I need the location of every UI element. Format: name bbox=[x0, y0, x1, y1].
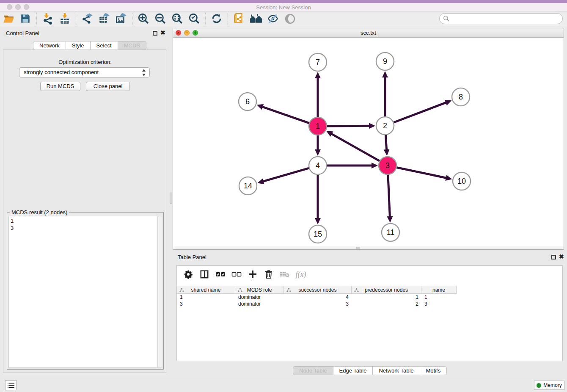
tab-select[interactable]: Select bbox=[91, 41, 118, 50]
tab-edge-table[interactable]: Edge Table bbox=[333, 366, 373, 375]
edge-3-1[interactable] bbox=[330, 133, 380, 161]
network-graph[interactable]: 7968124314101511 bbox=[173, 38, 564, 247]
control-panel-tabs: Network Style Select MCDS bbox=[33, 41, 146, 50]
column-header-mcds-role[interactable]: MCDS role bbox=[235, 286, 284, 294]
clone-network-icon[interactable] bbox=[232, 12, 246, 25]
mcds-panel: Optimization criterion: strongly connect… bbox=[3, 50, 166, 373]
application-window: Session: New Session bbox=[0, 0, 567, 392]
mcds-result-text[interactable]: 1 3 bbox=[8, 216, 158, 368]
tab-network[interactable]: Network bbox=[33, 41, 66, 50]
delete-column-trash-icon[interactable] bbox=[262, 268, 275, 280]
edge-arrowhead bbox=[315, 72, 321, 78]
export-network-icon[interactable] bbox=[80, 12, 94, 25]
node-table: f(x) shared name MCDS role successor nod… bbox=[176, 265, 563, 361]
search-input[interactable] bbox=[451, 16, 562, 22]
criterion-dropdown[interactable]: strongly connected component bbox=[19, 67, 150, 77]
close-panel-button[interactable]: Close panel bbox=[86, 82, 130, 91]
close-panel-icon[interactable]: ✖ bbox=[160, 29, 165, 36]
column-header-shared-name[interactable]: shared name bbox=[177, 286, 235, 294]
memory-label: Memory bbox=[543, 382, 561, 388]
edge-arrowhead bbox=[384, 149, 390, 156]
splitter-handle[interactable] bbox=[170, 193, 172, 204]
edge-1-2[interactable] bbox=[326, 126, 370, 126]
import-table-icon[interactable] bbox=[58, 12, 72, 25]
mcds-result-group: MCDS result (2 nodes) 1 3 bbox=[7, 212, 164, 370]
graph-node-label: 11 bbox=[387, 228, 395, 237]
table-row[interactable]: 1 dominator 4 1 1 bbox=[177, 294, 562, 301]
column-type-icon bbox=[238, 287, 242, 292]
column-type-icon bbox=[179, 287, 184, 292]
column-header-successor-nodes[interactable]: successor nodes bbox=[284, 286, 352, 294]
zoom-in-icon[interactable] bbox=[136, 12, 151, 25]
edge-arrowhead bbox=[257, 104, 264, 110]
table-header-row: shared name MCDS role successor nodes pr… bbox=[177, 286, 457, 294]
titlebar: Session: New Session bbox=[0, 3, 567, 11]
search-icon bbox=[443, 15, 450, 22]
zoom-out-icon[interactable] bbox=[153, 12, 168, 25]
show-columns-icon[interactable] bbox=[198, 268, 211, 280]
result-scrollbar[interactable] bbox=[158, 216, 162, 368]
network-overview-icon[interactable] bbox=[249, 12, 263, 25]
optimization-criterion-label: Optimization criterion: bbox=[3, 59, 167, 65]
open-session-icon[interactable] bbox=[1, 12, 16, 25]
run-mcds-button[interactable]: Run MCDS bbox=[40, 82, 80, 91]
network-window-title: scc.txt bbox=[173, 30, 564, 36]
function-builder-icon[interactable]: f(x) bbox=[295, 268, 307, 280]
edge-1-6[interactable] bbox=[261, 107, 310, 124]
result-line: 1 bbox=[11, 217, 156, 224]
tab-network-table[interactable]: Network Table bbox=[373, 366, 420, 375]
edge-3-11[interactable] bbox=[388, 174, 390, 218]
select-all-icon[interactable] bbox=[214, 268, 227, 280]
graph-node-label: 3 bbox=[385, 161, 390, 170]
table-panel-header: Table Panel ✖ bbox=[173, 252, 564, 263]
import-network-icon[interactable] bbox=[41, 12, 55, 25]
column-header-predecessor-nodes[interactable]: predecessor nodes bbox=[352, 286, 421, 294]
dropdown-stepper-icon bbox=[142, 69, 146, 76]
tab-node-table[interactable]: Node Table bbox=[293, 366, 333, 375]
hide-graphics-icon[interactable] bbox=[266, 12, 280, 25]
create-column-plus-icon[interactable] bbox=[246, 268, 259, 280]
column-header-name[interactable]: name bbox=[421, 286, 457, 294]
zoom-fit-icon[interactable] bbox=[170, 12, 184, 25]
close-panel-icon[interactable]: ✖ bbox=[559, 253, 564, 260]
edge-4-14[interactable] bbox=[262, 168, 310, 182]
apply-layout-icon[interactable] bbox=[209, 12, 224, 25]
main-toolbar bbox=[0, 11, 567, 26]
criterion-dropdown-value: strongly connected component bbox=[24, 69, 99, 75]
delete-table-icon[interactable] bbox=[278, 268, 291, 280]
result-line: 3 bbox=[11, 224, 156, 232]
table-row[interactable]: 3 dominator 3 2 3 bbox=[177, 301, 562, 307]
float-panel-icon[interactable] bbox=[153, 31, 157, 36]
edge-2-8[interactable] bbox=[393, 102, 447, 123]
network-hscrollbar[interactable] bbox=[173, 246, 564, 249]
tab-style[interactable]: Style bbox=[66, 41, 91, 50]
table-settings-gear-icon[interactable] bbox=[182, 268, 195, 280]
task-history-button[interactable] bbox=[5, 380, 17, 390]
zoom-selected-icon[interactable] bbox=[187, 12, 201, 25]
export-table-icon[interactable] bbox=[97, 12, 111, 25]
memory-button[interactable]: Memory bbox=[534, 381, 564, 390]
memory-status-icon bbox=[537, 383, 541, 388]
control-panel-title: Control Panel bbox=[6, 30, 39, 36]
deselect-all-icon[interactable] bbox=[230, 268, 243, 280]
column-type-icon bbox=[354, 287, 359, 292]
tab-motifs[interactable]: Motifs bbox=[420, 366, 447, 375]
graph-node-label: 4 bbox=[316, 161, 320, 170]
network-window-titlebar[interactable]: × − + scc.txt bbox=[173, 28, 564, 38]
save-session-icon[interactable] bbox=[18, 12, 33, 25]
export-image-icon[interactable] bbox=[114, 12, 128, 25]
tab-mcds[interactable]: MCDS bbox=[118, 41, 146, 50]
mcds-result-title: MCDS result (2 nodes) bbox=[10, 209, 69, 215]
edge-2-3[interactable] bbox=[385, 134, 387, 151]
edge-arrowhead bbox=[382, 71, 388, 77]
graph-node-label: 6 bbox=[245, 97, 250, 106]
scrollbar-handle[interactable] bbox=[356, 247, 360, 249]
toolbar-separator bbox=[132, 13, 132, 25]
search-box[interactable] bbox=[439, 13, 563, 24]
window-title: Session: New Session bbox=[0, 4, 567, 11]
float-panel-icon[interactable] bbox=[551, 255, 556, 259]
graph-node-label: 2 bbox=[383, 121, 387, 130]
toolbar-separator bbox=[36, 13, 37, 25]
edge-3-10[interactable] bbox=[396, 167, 447, 178]
birds-eye-view-icon[interactable] bbox=[283, 12, 297, 25]
